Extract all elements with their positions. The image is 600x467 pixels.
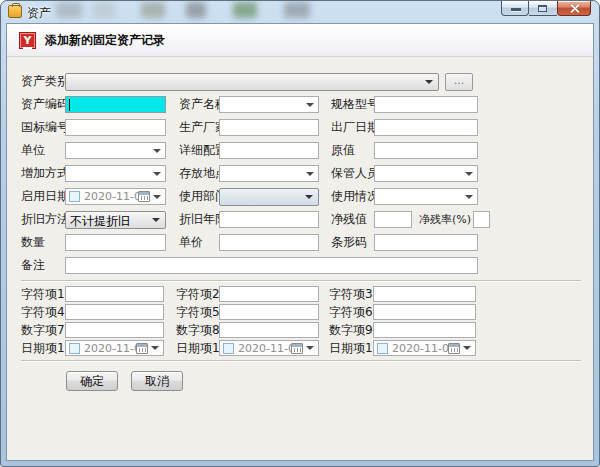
chevron-down-icon <box>306 103 314 107</box>
asset-category-label: 资产类别 <box>21 73 65 90</box>
spec-model-input[interactable] <box>374 96 478 113</box>
row-char-4-6: 字符项4 字符项5 字符项6 <box>21 304 593 320</box>
storage-location-label: 存放地点 <box>179 165 219 182</box>
quantity-input[interactable] <box>65 234 166 251</box>
date11-label: 日期项11 <box>21 340 65 357</box>
start-date-picker[interactable]: 2020-11-09 <box>65 188 166 205</box>
char5-label: 字符项5 <box>176 304 219 321</box>
asset-form: 资产类别 ... 资产编码 资产名称 规格型号 国标编号 生产厂家 出厂日期 <box>7 57 593 391</box>
asset-name-combo[interactable] <box>219 96 319 113</box>
custodian-combo[interactable] <box>374 165 478 182</box>
row-asset-category: 资产类别 ... <box>21 73 593 90</box>
date11-picker[interactable]: 2020-11-09 <box>65 340 164 356</box>
unit-price-input[interactable] <box>219 234 319 251</box>
window-controls <box>501 1 591 16</box>
chevron-down-icon <box>153 172 161 176</box>
window-title: 资产 <box>27 5 51 22</box>
close-button[interactable] <box>557 1 591 16</box>
depr-years-input[interactable] <box>219 211 319 228</box>
factory-date-input[interactable] <box>374 119 478 136</box>
original-value-input[interactable] <box>374 142 478 159</box>
maximize-icon <box>538 5 547 12</box>
char5-input[interactable] <box>219 304 319 320</box>
use-status-combo[interactable] <box>374 188 478 205</box>
storage-location-combo[interactable] <box>219 165 319 182</box>
section-divider <box>21 360 581 362</box>
char6-label: 字符项6 <box>329 304 373 321</box>
row-start-date: 启用日期 2020-11-09 使用部门 使用情况 <box>21 188 593 205</box>
barcode-input[interactable] <box>374 234 478 251</box>
remarks-label: 备注 <box>21 257 65 274</box>
asset-name-label: 资产名称 <box>179 96 219 113</box>
calendar-icon[interactable] <box>448 343 460 354</box>
detail-config-input[interactable] <box>219 142 319 159</box>
char3-input[interactable] <box>373 286 476 302</box>
date12-picker[interactable]: 2020-11-09 <box>219 340 319 356</box>
date12-label: 日期项12 <box>176 340 219 357</box>
calendar-icon[interactable] <box>138 191 150 202</box>
minimize-icon <box>511 8 521 11</box>
logo-glyph: Y <box>23 34 33 49</box>
date10-picker[interactable]: 2020-11-09 <box>373 340 476 356</box>
num8-input[interactable] <box>219 322 319 338</box>
dialog-header: Y 添加新的固定资产记录 <box>7 24 593 57</box>
button-row: 确定 取消 <box>66 371 593 391</box>
net-residual-value-input[interactable] <box>374 211 412 228</box>
app-icon <box>8 5 22 18</box>
window: 资产 Y 添加新的固定资产记录 资产类别 ... 资产编码 资产名称 <box>0 0 600 467</box>
background-blur-blob <box>233 2 257 18</box>
gb-code-input[interactable] <box>65 119 166 136</box>
row-dates: 日期项11 2020-11-09 日期项12 2020-11-09 日期项10 <box>21 340 593 356</box>
chevron-down-icon <box>463 346 471 350</box>
calendar-icon[interactable] <box>136 343 148 354</box>
depr-method-label: 折旧方法 <box>21 211 65 228</box>
date-checkbox[interactable] <box>223 343 234 354</box>
depr-method-combo[interactable]: 不计提折旧 <box>65 211 166 229</box>
date-checkbox[interactable] <box>377 343 388 354</box>
unit-label: 单位 <box>21 142 65 159</box>
chevron-down-icon <box>153 195 161 199</box>
net-residual-rate-input[interactable] <box>473 211 490 228</box>
date-checkbox[interactable] <box>69 191 80 202</box>
char4-input[interactable] <box>65 304 164 320</box>
add-method-combo[interactable] <box>65 165 166 182</box>
background-blur-blob <box>284 2 310 18</box>
background-blur-blob <box>186 2 206 18</box>
maximize-button[interactable] <box>529 1 557 16</box>
chevron-down-icon <box>151 346 159 350</box>
calendar-icon[interactable] <box>291 343 303 354</box>
remarks-input[interactable] <box>65 257 478 274</box>
row-depreciation: 折旧方法 不计提折旧 折旧年限 净残值 净残率(%) <box>21 211 593 228</box>
cancel-button[interactable]: 取消 <box>131 371 183 391</box>
close-icon <box>570 4 580 13</box>
detail-config-label: 详细配置 <box>179 142 219 159</box>
num7-input[interactable] <box>65 322 164 338</box>
char1-input[interactable] <box>65 286 164 302</box>
browse-button[interactable]: ... <box>445 73 473 91</box>
num9-label: 数字项9 <box>329 322 373 339</box>
use-dept-combo[interactable] <box>219 188 319 206</box>
asset-category-combo[interactable] <box>65 73 439 91</box>
minimize-button[interactable] <box>501 1 529 16</box>
custodian-label: 保管人员 <box>331 165 374 182</box>
unit-combo[interactable] <box>65 142 166 159</box>
asset-code-input[interactable] <box>65 96 166 113</box>
manufacturer-input[interactable] <box>219 119 319 136</box>
manufacturer-label: 生产厂家 <box>179 119 219 136</box>
use-dept-label: 使用部门 <box>179 188 219 205</box>
chevron-down-icon <box>152 218 160 222</box>
barcode-label: 条形码 <box>331 234 374 251</box>
depr-method-value: 不计提折旧 <box>70 213 130 230</box>
chevron-down-icon <box>306 172 314 176</box>
date-checkbox[interactable] <box>69 343 80 354</box>
background-blur-blob <box>141 2 165 18</box>
date10-label: 日期项10 <box>329 340 373 357</box>
num9-input[interactable] <box>373 322 476 338</box>
factory-date-label: 出厂日期 <box>331 119 374 136</box>
spec-model-label: 规格型号 <box>331 96 374 113</box>
section-divider <box>21 280 581 282</box>
char2-input[interactable] <box>219 286 319 302</box>
ok-button[interactable]: 确定 <box>66 371 118 391</box>
unit-price-label: 单价 <box>179 234 219 251</box>
char6-input[interactable] <box>373 304 476 320</box>
